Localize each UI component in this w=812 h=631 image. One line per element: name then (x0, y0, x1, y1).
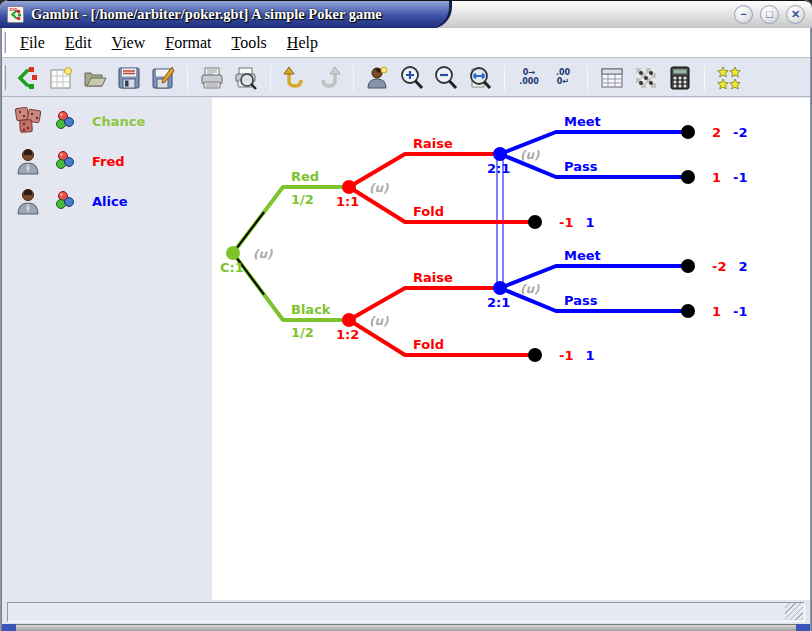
status-message-area (7, 602, 805, 622)
svg-text:Meet: Meet (564, 248, 601, 263)
menu-view[interactable]: View (102, 32, 156, 54)
player-row-chance[interactable]: Chance (0, 101, 212, 141)
toolbar-separator (704, 65, 705, 91)
minimize-button[interactable]: − (734, 5, 753, 24)
window-corner (0, 624, 16, 631)
add-player-icon[interactable] (363, 63, 393, 93)
player-label-chance[interactable]: Chance (92, 114, 145, 129)
toolbar-separator (270, 65, 271, 91)
dice-icon (10, 106, 46, 136)
game-tree[interactable]: Red1/2Black1/2RaiseFoldMeetPassRaiseFold… (212, 98, 812, 601)
close-button[interactable]: ✕ (786, 5, 805, 24)
svg-text:Raise: Raise (413, 136, 453, 151)
person-icon (10, 187, 46, 215)
player-row-fred[interactable]: Fred (0, 141, 212, 181)
svg-text:2:1: 2:1 (487, 161, 510, 176)
toolbar-separator (504, 65, 505, 91)
svg-text:Meet: Meet (564, 114, 601, 129)
toolbar-separator (587, 65, 588, 91)
svg-text:(u): (u) (520, 148, 540, 162)
player-tree-icon (50, 110, 80, 132)
player-row-alice[interactable]: Alice (0, 181, 212, 221)
main-content: Chance Fred Alice (0, 98, 812, 601)
menubar: File Edit View Format Tools Help (0, 28, 812, 58)
player-panel: Chance Fred Alice (0, 98, 212, 601)
svg-text:Red: Red (291, 169, 319, 184)
svg-text:Pass: Pass (564, 293, 598, 308)
print-preview-icon[interactable] (231, 63, 261, 93)
zoom-in-icon[interactable] (397, 63, 427, 93)
toolbar-grip[interactable] (3, 65, 6, 91)
zoom-fit-icon[interactable] (465, 63, 495, 93)
player-tree-icon (50, 190, 80, 212)
svg-text:1/2: 1/2 (291, 325, 314, 340)
quantal-response-icon[interactable] (714, 63, 744, 93)
window-title: Gambit - [/home/arbiter/poker.gbt] A sim… (31, 6, 382, 23)
svg-text:1-1: 1-1 (712, 170, 748, 185)
svg-text:(u): (u) (520, 282, 540, 296)
svg-text:Black: Black (291, 302, 331, 317)
save-as-icon[interactable] (148, 63, 178, 93)
zoom-out-icon[interactable] (431, 63, 461, 93)
player-tree-icon (50, 150, 80, 172)
menu-format[interactable]: Format (155, 32, 221, 54)
gambit-window: DVD Gambit - [/home/arbiter/poker.gbt] A… (0, 0, 812, 631)
svg-text:-11: -11 (559, 348, 595, 363)
menu-edit[interactable]: Edit (55, 32, 102, 54)
toolbar-separator (353, 65, 354, 91)
dominance-icon[interactable] (631, 63, 661, 93)
svg-text:1:1: 1:1 (336, 194, 359, 209)
svg-text:Fold: Fold (413, 337, 444, 352)
svg-text:1/2: 1/2 (291, 192, 314, 207)
save-icon[interactable] (114, 63, 144, 93)
player-label-fred[interactable]: Fred (92, 154, 125, 169)
gambit-logo-icon[interactable] (12, 63, 42, 93)
svg-text:(u): (u) (369, 181, 389, 195)
window-frame-bottom (0, 624, 812, 631)
window-frame-left (0, 28, 2, 631)
maximize-button[interactable]: □ (760, 5, 779, 24)
resize-grip[interactable] (785, 603, 803, 620)
svg-text:1-1: 1-1 (712, 304, 748, 319)
strategic-form-icon[interactable] (597, 63, 627, 93)
undo-icon[interactable] (280, 63, 310, 93)
svg-text:(u): (u) (253, 247, 273, 261)
person-icon (10, 147, 46, 175)
player-label-alice[interactable]: Alice (92, 194, 128, 209)
tree-canvas[interactable]: Red1/2Black1/2RaiseFoldMeetPassRaiseFold… (212, 98, 812, 601)
svg-text:1:2: 1:2 (336, 327, 359, 342)
titlebar[interactable]: DVD Gambit - [/home/arbiter/poker.gbt] A… (0, 0, 812, 28)
statusbar (0, 600, 812, 624)
menu-tools[interactable]: Tools (222, 32, 277, 54)
menu-file[interactable]: File (10, 32, 55, 54)
increase-decimals-icon[interactable]: 0→ .000 (514, 63, 544, 93)
svg-text:Raise: Raise (413, 270, 453, 285)
svg-text:DVD: DVD (10, 8, 18, 12)
menu-help[interactable]: Help (277, 32, 328, 54)
toolbar: 0→ .000 .00 0↵ (0, 59, 812, 97)
svg-text:-22: -22 (712, 259, 748, 274)
svg-text:Fold: Fold (413, 204, 444, 219)
svg-text:2:1: 2:1 (487, 295, 510, 310)
redo-icon[interactable] (314, 63, 344, 93)
toolbar-separator (187, 65, 188, 91)
menubar-grip[interactable] (3, 32, 6, 52)
print-icon[interactable] (197, 63, 227, 93)
svg-text:2-2: 2-2 (712, 125, 748, 140)
decrease-decimals-icon[interactable]: .00 0↵ (548, 63, 578, 93)
compute-equilibria-icon[interactable] (665, 63, 695, 93)
svg-text:C:1: C:1 (220, 260, 244, 275)
open-icon[interactable] (80, 63, 110, 93)
svg-text:(u): (u) (369, 314, 389, 328)
svg-text:Pass: Pass (564, 159, 598, 174)
gambit-app-icon: DVD (7, 6, 24, 23)
svg-text:-11: -11 (559, 215, 595, 230)
titlebar-tab: DVD Gambit - [/home/arbiter/poker.gbt] A… (0, 1, 452, 29)
new-game-icon[interactable] (46, 63, 76, 93)
